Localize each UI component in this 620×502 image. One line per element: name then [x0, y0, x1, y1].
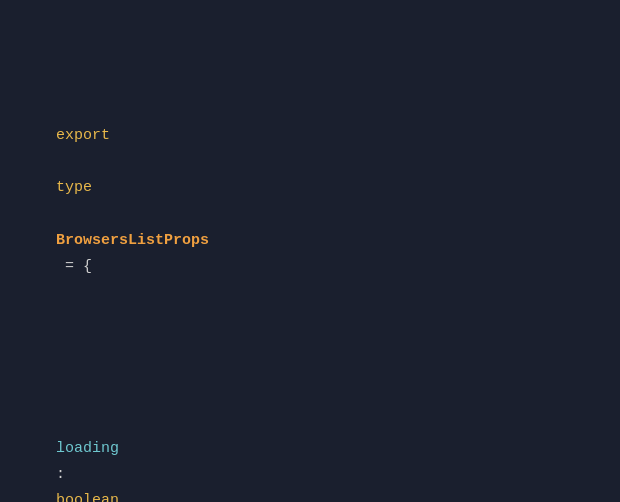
code-editor: export type BrowsersListProps = { loadin…	[0, 0, 620, 502]
code-line-1: export type BrowsersListProps = {	[0, 97, 620, 307]
keyword-export: export	[56, 127, 110, 144]
type-boolean: boolean	[56, 492, 119, 502]
code-line-2: loading : boolean	[0, 383, 620, 502]
prop-loading: loading	[56, 440, 119, 457]
type-identifier: BrowsersListProps	[56, 232, 209, 249]
keyword-type: type	[56, 179, 92, 196]
